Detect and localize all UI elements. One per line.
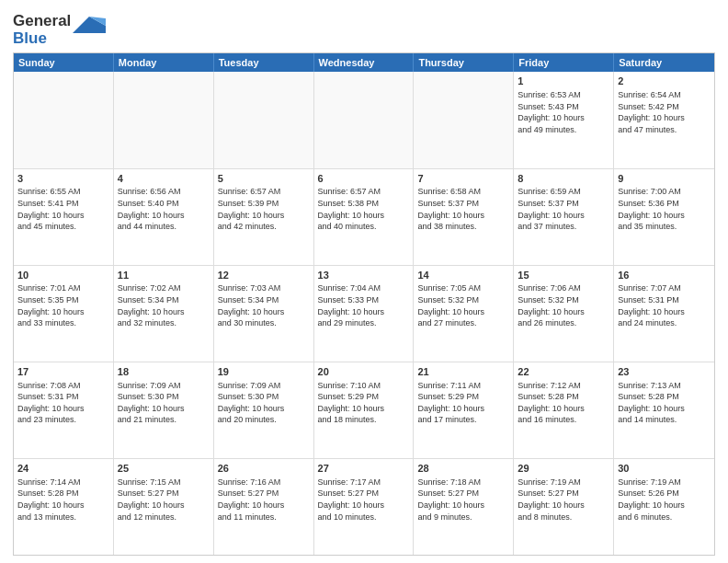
day-number: 1 <box>518 75 609 88</box>
day-cell-16: 16Sunrise: 7:07 AM Sunset: 5:31 PM Dayli… <box>614 266 714 362</box>
day-cell-9: 9Sunrise: 7:00 AM Sunset: 5:36 PM Daylig… <box>614 169 714 265</box>
day-cell-17: 17Sunrise: 7:08 AM Sunset: 5:31 PM Dayli… <box>14 362 114 458</box>
cell-info: Sunrise: 6:57 AM Sunset: 5:38 PM Dayligh… <box>318 186 410 232</box>
day-number: 13 <box>318 269 410 282</box>
day-number: 9 <box>618 172 711 186</box>
page: General Blue SundayMondayTuesdayWednesda… <box>0 0 728 563</box>
cell-info: Sunrise: 7:17 AM Sunset: 5:27 PM Dayligh… <box>318 477 410 523</box>
calendar: SundayMondayTuesdayWednesdayThursdayFrid… <box>13 52 715 556</box>
day-number: 11 <box>118 269 210 282</box>
cell-info: Sunrise: 7:07 AM Sunset: 5:31 PM Dayligh… <box>618 282 711 328</box>
day-cell-28: 28Sunrise: 7:18 AM Sunset: 5:27 PM Dayli… <box>414 459 514 555</box>
day-cell-10: 10Sunrise: 7:01 AM Sunset: 5:35 PM Dayli… <box>14 266 114 362</box>
day-cell-5: 5Sunrise: 6:57 AM Sunset: 5:39 PM Daylig… <box>214 169 314 265</box>
day-cell-26: 26Sunrise: 7:16 AM Sunset: 5:27 PM Dayli… <box>214 459 314 555</box>
cell-info: Sunrise: 7:09 AM Sunset: 5:30 PM Dayligh… <box>218 380 310 426</box>
cell-info: Sunrise: 7:03 AM Sunset: 5:34 PM Dayligh… <box>218 282 310 328</box>
day-number: 26 <box>218 462 310 476</box>
cell-info: Sunrise: 7:04 AM Sunset: 5:33 PM Dayligh… <box>318 282 410 328</box>
header-cell-saturday: Saturday <box>614 53 714 72</box>
logo: General Blue <box>13 13 106 47</box>
logo-icon <box>73 15 106 42</box>
empty-cell-0-0 <box>14 72 114 167</box>
day-cell-29: 29Sunrise: 7:19 AM Sunset: 5:27 PM Dayli… <box>514 459 614 555</box>
day-number: 3 <box>17 172 109 186</box>
day-cell-25: 25Sunrise: 7:15 AM Sunset: 5:27 PM Dayli… <box>114 459 214 555</box>
calendar-body: 1Sunrise: 6:53 AM Sunset: 5:43 PM Daylig… <box>14 72 714 555</box>
cell-info: Sunrise: 6:58 AM Sunset: 5:37 PM Dayligh… <box>417 186 509 232</box>
day-number: 5 <box>218 172 310 186</box>
week-row-5: 24Sunrise: 7:14 AM Sunset: 5:28 PM Dayli… <box>14 459 714 555</box>
day-cell-18: 18Sunrise: 7:09 AM Sunset: 5:30 PM Dayli… <box>114 362 214 458</box>
cell-info: Sunrise: 6:53 AM Sunset: 5:43 PM Dayligh… <box>518 89 609 135</box>
day-cell-1: 1Sunrise: 6:53 AM Sunset: 5:43 PM Daylig… <box>514 72 614 167</box>
cell-info: Sunrise: 7:09 AM Sunset: 5:30 PM Dayligh… <box>118 380 210 426</box>
logo-blue: Blue <box>13 29 47 47</box>
day-cell-19: 19Sunrise: 7:09 AM Sunset: 5:30 PM Dayli… <box>214 362 314 458</box>
cell-info: Sunrise: 7:08 AM Sunset: 5:31 PM Dayligh… <box>17 380 109 426</box>
logo-text: General Blue <box>13 13 71 47</box>
cell-info: Sunrise: 7:01 AM Sunset: 5:35 PM Dayligh… <box>17 282 109 328</box>
empty-cell-0-3 <box>314 72 415 167</box>
day-number: 20 <box>318 365 410 379</box>
cell-info: Sunrise: 7:19 AM Sunset: 5:26 PM Dayligh… <box>618 477 711 523</box>
day-number: 27 <box>318 462 410 476</box>
day-number: 22 <box>518 365 609 379</box>
empty-cell-0-1 <box>114 72 214 167</box>
cell-info: Sunrise: 6:56 AM Sunset: 5:40 PM Dayligh… <box>118 186 210 232</box>
empty-cell-0-2 <box>214 72 314 167</box>
day-cell-24: 24Sunrise: 7:14 AM Sunset: 5:28 PM Dayli… <box>14 459 114 555</box>
header-cell-friday: Friday <box>514 53 614 72</box>
cell-info: Sunrise: 6:55 AM Sunset: 5:41 PM Dayligh… <box>17 186 109 232</box>
day-cell-2: 2Sunrise: 6:54 AM Sunset: 5:42 PM Daylig… <box>614 72 714 167</box>
cell-info: Sunrise: 6:57 AM Sunset: 5:39 PM Dayligh… <box>218 186 310 232</box>
day-number: 21 <box>417 365 509 379</box>
day-number: 24 <box>17 462 109 476</box>
day-number: 28 <box>417 462 509 476</box>
cell-info: Sunrise: 7:10 AM Sunset: 5:29 PM Dayligh… <box>318 380 410 426</box>
day-number: 16 <box>618 269 711 282</box>
header-cell-sunday: Sunday <box>14 53 114 72</box>
day-cell-21: 21Sunrise: 7:11 AM Sunset: 5:29 PM Dayli… <box>414 362 514 458</box>
day-number: 7 <box>417 172 509 186</box>
week-row-3: 10Sunrise: 7:01 AM Sunset: 5:35 PM Dayli… <box>14 266 714 362</box>
day-cell-3: 3Sunrise: 6:55 AM Sunset: 5:41 PM Daylig… <box>14 169 114 265</box>
day-cell-22: 22Sunrise: 7:12 AM Sunset: 5:28 PM Dayli… <box>514 362 614 458</box>
day-cell-27: 27Sunrise: 7:17 AM Sunset: 5:27 PM Dayli… <box>314 459 415 555</box>
day-cell-20: 20Sunrise: 7:10 AM Sunset: 5:29 PM Dayli… <box>314 362 415 458</box>
cell-info: Sunrise: 7:05 AM Sunset: 5:32 PM Dayligh… <box>417 282 509 328</box>
empty-cell-0-4 <box>414 72 514 167</box>
day-cell-6: 6Sunrise: 6:57 AM Sunset: 5:38 PM Daylig… <box>314 169 415 265</box>
day-number: 18 <box>118 365 210 379</box>
cell-info: Sunrise: 7:12 AM Sunset: 5:28 PM Dayligh… <box>518 380 609 426</box>
day-cell-4: 4Sunrise: 6:56 AM Sunset: 5:40 PM Daylig… <box>114 169 214 265</box>
day-number: 19 <box>218 365 310 379</box>
cell-info: Sunrise: 7:00 AM Sunset: 5:36 PM Dayligh… <box>618 186 711 232</box>
cell-info: Sunrise: 7:13 AM Sunset: 5:28 PM Dayligh… <box>618 380 711 426</box>
day-number: 15 <box>518 269 609 282</box>
day-cell-11: 11Sunrise: 7:02 AM Sunset: 5:34 PM Dayli… <box>114 266 214 362</box>
day-cell-13: 13Sunrise: 7:04 AM Sunset: 5:33 PM Dayli… <box>314 266 415 362</box>
calendar-header-row: SundayMondayTuesdayWednesdayThursdayFrid… <box>14 53 714 72</box>
cell-info: Sunrise: 7:11 AM Sunset: 5:29 PM Dayligh… <box>417 380 509 426</box>
day-number: 17 <box>17 365 109 379</box>
day-number: 29 <box>518 462 609 476</box>
day-number: 23 <box>618 365 711 379</box>
cell-info: Sunrise: 7:16 AM Sunset: 5:27 PM Dayligh… <box>218 477 310 523</box>
day-cell-30: 30Sunrise: 7:19 AM Sunset: 5:26 PM Dayli… <box>614 459 714 555</box>
header: General Blue <box>13 9 715 47</box>
week-row-1: 1Sunrise: 6:53 AM Sunset: 5:43 PM Daylig… <box>14 72 714 168</box>
header-cell-tuesday: Tuesday <box>214 53 314 72</box>
day-number: 2 <box>618 75 711 88</box>
cell-info: Sunrise: 6:54 AM Sunset: 5:42 PM Dayligh… <box>618 89 711 135</box>
day-number: 14 <box>417 269 509 282</box>
day-number: 25 <box>118 462 210 476</box>
day-number: 30 <box>618 462 711 476</box>
header-cell-wednesday: Wednesday <box>314 53 415 72</box>
day-number: 12 <box>218 269 310 282</box>
day-cell-12: 12Sunrise: 7:03 AM Sunset: 5:34 PM Dayli… <box>214 266 314 362</box>
day-cell-7: 7Sunrise: 6:58 AM Sunset: 5:37 PM Daylig… <box>414 169 514 265</box>
cell-info: Sunrise: 7:02 AM Sunset: 5:34 PM Dayligh… <box>118 282 210 328</box>
day-number: 6 <box>318 172 410 186</box>
logo-general: General <box>13 12 71 29</box>
